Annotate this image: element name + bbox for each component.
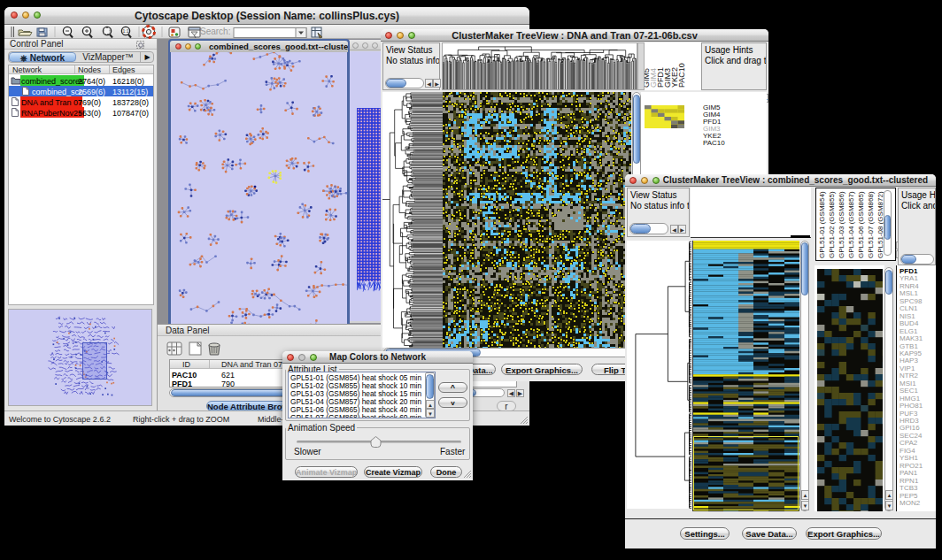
svg-text:GPL51-06 (GSM865): GPL51-06 (GSM865) — [857, 191, 865, 258]
svg-text:Search:: Search: — [200, 27, 230, 36]
svg-text:GPL51-07 (GSM868): GPL51-07 (GSM868) — [867, 191, 875, 258]
svg-text:GPL51-03 (GSM856): GPL51-03 (GSM856) — [838, 191, 845, 258]
svg-text:GPL51-04 (GSM857): GPL51-04 (GSM857) — [847, 191, 855, 258]
svg-text:GPL51-02 (GSM855): GPL51-02 (GSM855) — [828, 191, 836, 258]
svg-text:PAC10: PAC10 — [677, 63, 686, 88]
svg-text:GPL51-01 (GSM854): GPL51-01 (GSM854) — [818, 191, 826, 258]
svg-text:1:1: 1:1 — [123, 28, 129, 34]
